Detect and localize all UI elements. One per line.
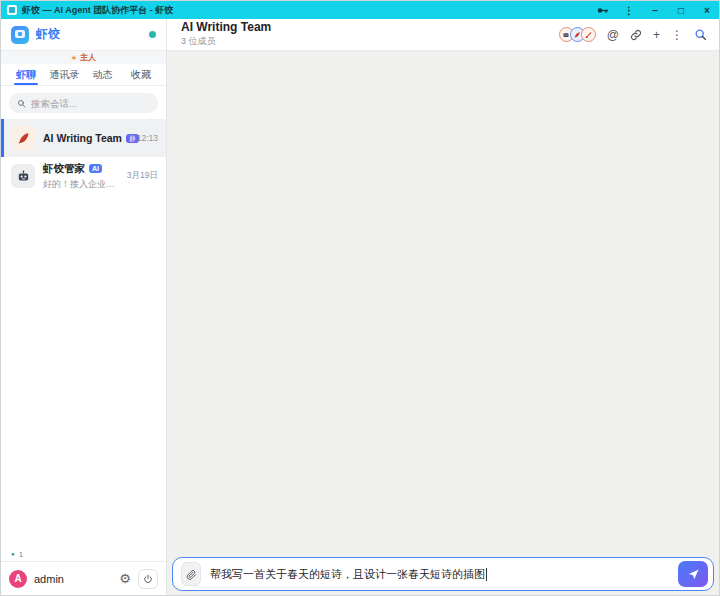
- chat-time: 3月19日: [127, 170, 158, 182]
- logout-button[interactable]: [138, 569, 158, 589]
- owner-badge: ★ 主人: [1, 50, 166, 64]
- chat-pane: AI Writing Team 3 位成员: [167, 19, 719, 595]
- search-icon: [17, 99, 26, 108]
- user-bar: A admin ⚙: [1, 561, 166, 595]
- key-icon[interactable]: [597, 6, 609, 15]
- minimize-button[interactable]: –: [649, 5, 661, 16]
- link-icon[interactable]: [630, 29, 642, 41]
- close-button[interactable]: ×: [701, 5, 713, 16]
- owner-label: 主人: [80, 52, 96, 63]
- paperclip-icon: [186, 569, 197, 580]
- chat-preview: 好的！接入企业微信需要以下...: [43, 178, 119, 191]
- sidebar-tabs: 虾聊 通讯录 动态 收藏: [1, 64, 166, 86]
- send-button[interactable]: [678, 561, 708, 587]
- ai-badge: AI: [89, 164, 102, 173]
- member-avatars[interactable]: [559, 27, 596, 42]
- titlebar: 虾饺 — AI Agent 团队协作平台 - 虾饺 ⋮ – □ ×: [1, 1, 719, 19]
- quill-pen-icon: [11, 126, 35, 150]
- conversation-title: AI Writing Team: [181, 21, 271, 34]
- composer: 帮我写一首关于春天的短诗，且设计一张春天短诗的插图: [172, 557, 714, 591]
- member-avatar-brush-icon: [581, 27, 596, 42]
- chat-name: AI Writing Team: [43, 132, 122, 144]
- chat-item-ai-writing-team[interactable]: AI Writing Team 群 12:13: [1, 119, 166, 157]
- chat-item-assistant[interactable]: 虾饺管家 AI 好的！接入企业微信需要以下... 3月19日: [1, 157, 166, 195]
- user-avatar[interactable]: A: [9, 570, 27, 588]
- search-box[interactable]: [9, 93, 158, 113]
- power-icon: [143, 574, 153, 584]
- sidebar-header: 虾饺: [1, 19, 166, 50]
- search-area: [1, 86, 166, 119]
- chat-list: AI Writing Team 群 12:13 虾饺管家 AI: [1, 119, 166, 547]
- mention-icon[interactable]: @: [607, 29, 619, 41]
- connection-status-dot: [149, 31, 156, 38]
- app-window: 虾饺 — AI Agent 团队协作平台 - 虾饺 ⋮ – □ × 虾饺 ★ 主…: [0, 0, 720, 596]
- message-input-value: 帮我写一首关于春天的短诗，且设计一张春天短诗的插图: [210, 567, 485, 582]
- titlebar-menu-button[interactable]: ⋮: [623, 5, 635, 16]
- sidebar: 虾饺 ★ 主人 虾聊 通讯录 动态 收藏: [1, 19, 167, 595]
- tab-favorites[interactable]: 收藏: [122, 64, 160, 85]
- chat-name: 虾饺管家: [43, 162, 85, 176]
- message-input[interactable]: 帮我写一首关于春天的短诗，且设计一张春天短诗的插图: [210, 567, 669, 582]
- attach-button[interactable]: [181, 562, 201, 586]
- tab-chats[interactable]: 虾聊: [7, 64, 45, 85]
- window-title: 虾饺 — AI Agent 团队协作平台 - 虾饺: [22, 4, 173, 17]
- app-name: 虾饺: [36, 26, 142, 43]
- robot-icon: [11, 164, 35, 188]
- paper-plane-icon: [687, 568, 700, 581]
- composer-area: 帮我写一首关于春天的短诗，且设计一张春天短诗的插图: [167, 554, 719, 595]
- more-options-icon[interactable]: ⋮: [671, 29, 683, 41]
- titlebar-app-icon: [7, 5, 17, 15]
- text-caret: [486, 568, 487, 581]
- member-count: 3 位成员: [181, 35, 271, 48]
- username: admin: [34, 573, 112, 585]
- search-input[interactable]: [31, 98, 150, 109]
- search-in-chat-icon[interactable]: [694, 28, 707, 41]
- add-member-icon[interactable]: +: [653, 29, 660, 41]
- tab-contacts[interactable]: 通讯录: [45, 64, 83, 85]
- gear-icon[interactable]: ⚙: [119, 572, 131, 585]
- chat-time: 12:13: [137, 133, 158, 143]
- online-count: 1: [19, 550, 23, 559]
- online-indicator: ● 1: [1, 547, 166, 561]
- chat-header: AI Writing Team 3 位成员: [167, 19, 719, 51]
- tab-moments[interactable]: 动态: [84, 64, 122, 85]
- maximize-button[interactable]: □: [675, 5, 687, 16]
- star-icon: ★: [71, 54, 77, 62]
- message-area: [167, 51, 719, 554]
- online-dot-icon: ●: [11, 551, 15, 557]
- app-logo-icon: [11, 26, 29, 44]
